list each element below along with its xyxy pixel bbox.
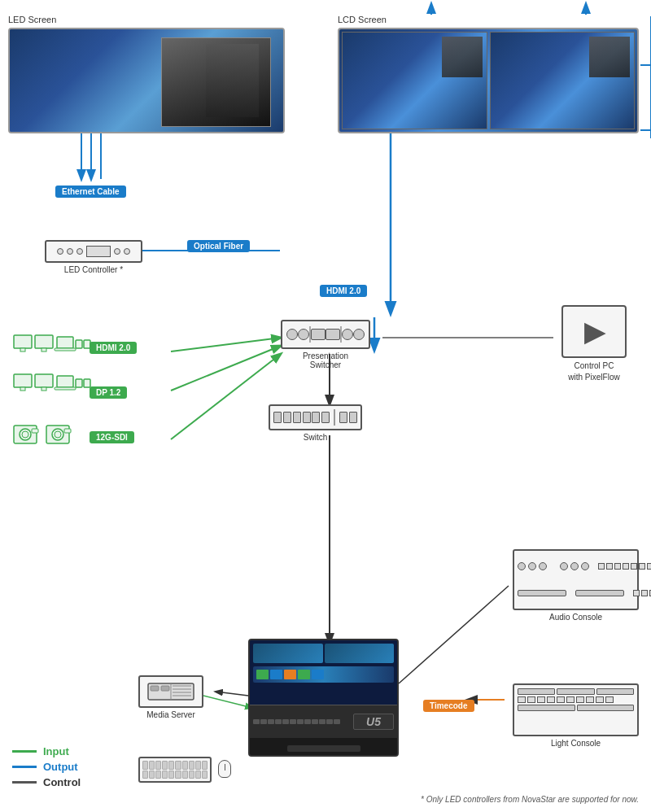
svg-rect-29 (14, 374, 32, 387)
key2 (149, 761, 155, 770)
svg-rect-21 (14, 335, 32, 348)
diagram-container: LED Screen LCD Screen Ethernet Cable (0, 0, 651, 812)
light-btn4 (547, 696, 555, 703)
audio-knob1 (518, 562, 526, 570)
audio-console-area: Audio Console (513, 549, 639, 622)
key17 (182, 771, 188, 779)
svg-rect-23 (35, 335, 53, 348)
switch-port6 (321, 412, 330, 423)
svg-rect-44 (64, 429, 71, 433)
legend-input-line (12, 750, 37, 753)
ws-cell1 (253, 644, 323, 663)
svg-line-15 (171, 346, 281, 391)
light-btn7 (576, 696, 584, 703)
workstation-base (250, 738, 397, 757)
audio-btn1 (598, 563, 605, 570)
key14 (162, 771, 168, 779)
ws-key12 (334, 719, 340, 724)
light-btn2 (527, 696, 535, 703)
svg-rect-34 (55, 387, 76, 390)
audio-fader2 (575, 590, 624, 596)
svg-line-20 (203, 696, 252, 708)
led-ctrl-dot3 (76, 248, 83, 255)
ethernet-cable-badge: Ethernet Cable (55, 186, 126, 198)
ws-key2 (260, 719, 267, 724)
svg-rect-30 (20, 387, 25, 391)
legend-control-label: Control (43, 776, 81, 788)
light-btn10 (605, 696, 614, 703)
light-btn6 (566, 696, 575, 703)
presentation-switcher-box (281, 320, 370, 349)
hdmi-sources-icons (12, 334, 94, 374)
audio-btn7 (647, 563, 651, 570)
keyboard-device-area (138, 757, 212, 783)
ws-key6 (290, 719, 296, 724)
lcd-screen-area: LCD Screen (338, 15, 639, 133)
light-console-area: Light Console (513, 683, 639, 748)
light-console-box (513, 683, 639, 736)
svg-rect-33 (57, 376, 73, 387)
main-workstation-area: U5 (248, 639, 399, 757)
switch-label: Switch (269, 433, 362, 442)
legend-input-label: Input (43, 745, 69, 757)
ws-key1 (253, 719, 260, 724)
led-screen-display (8, 28, 285, 133)
media-server-label: Media Server (138, 710, 203, 719)
media-server-area: Media Server (138, 675, 203, 719)
led-ctrl-dot2 (67, 248, 73, 255)
audio-console-label: Audio Console (513, 613, 639, 622)
ws-key11 (326, 719, 333, 724)
legend-output-line (12, 766, 37, 768)
key3 (155, 761, 161, 770)
hdmi-left-badge: HDMI 2.0 (90, 342, 137, 354)
legend-control-item: Control (12, 776, 81, 788)
ws-key9 (312, 719, 318, 724)
light-row1 (518, 688, 634, 695)
sdi-sources-icons (12, 419, 77, 456)
audio-knob6 (581, 562, 589, 570)
ws-cell2 (325, 644, 395, 663)
svg-rect-47 (161, 686, 169, 691)
key11 (142, 771, 148, 779)
led-screen-area: LED Screen (8, 15, 285, 133)
light-fader4 (518, 705, 575, 711)
light-console-label: Light Console (513, 739, 639, 748)
audio-btn4 (623, 563, 629, 570)
pres-circle3 (342, 329, 353, 340)
svg-rect-32 (42, 387, 46, 391)
audio-btn2 (606, 563, 613, 570)
workstation-box: U5 (248, 639, 399, 757)
svg-rect-46 (151, 686, 159, 691)
ws-key4 (275, 719, 282, 724)
dp-badge: DP 1.2 (90, 386, 127, 399)
switch-port7 (339, 412, 347, 423)
legend-output-item: Output (12, 761, 81, 773)
audio-fader1 (518, 590, 566, 596)
audio-row1 (518, 554, 651, 579)
light-btn5 (557, 696, 565, 703)
led-controller-label: LED Controller * (45, 265, 142, 274)
led-ctrl-rect (86, 246, 111, 257)
optical-fiber-badge: Optical Fiber (187, 240, 250, 252)
key15 (168, 771, 174, 779)
audio-knob3 (539, 562, 547, 570)
switch-box (269, 404, 362, 430)
audio-knob5 (570, 562, 579, 570)
svg-rect-31 (35, 374, 53, 387)
lcd-screen-display (338, 28, 639, 133)
switch-port2 (283, 412, 291, 423)
footer-note: * Only LED controllers from NovaStar are… (421, 795, 639, 804)
switch-port5 (312, 412, 320, 423)
legend-area: Input Output Control (12, 745, 81, 792)
switch-port3 (293, 412, 301, 423)
audio-knob2 (528, 562, 536, 570)
workstation-screen (250, 640, 397, 705)
pres-circle1 (286, 329, 298, 340)
light-fader3 (596, 688, 634, 695)
pixelflow-logo: ▶ (584, 317, 605, 347)
svg-line-17 (399, 586, 509, 683)
audio-btn6 (639, 563, 645, 570)
led-ctrl-dot4 (114, 248, 120, 255)
led-controller-box (45, 240, 142, 263)
light-row2 (518, 696, 634, 703)
